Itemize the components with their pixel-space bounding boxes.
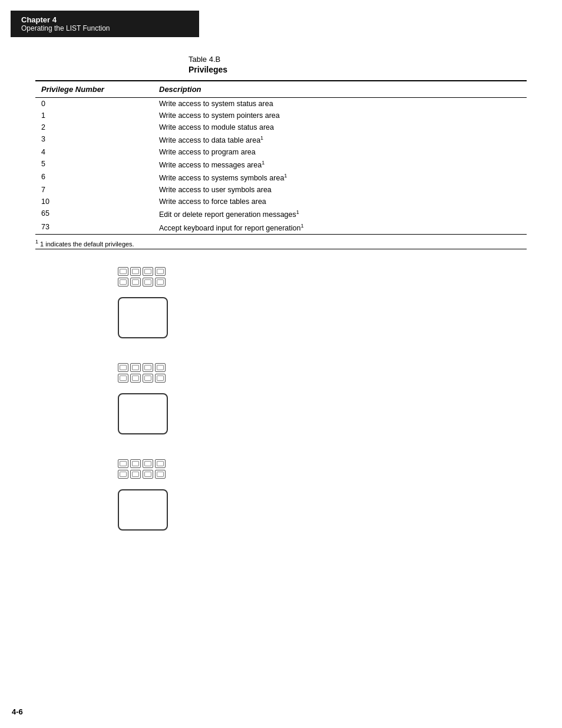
key xyxy=(130,267,141,276)
table-row: 5Write access to messages area1 xyxy=(35,158,527,171)
decorative-section xyxy=(118,267,562,555)
privilege-number-cell: 4 xyxy=(35,146,153,158)
privilege-number-cell: 6 xyxy=(35,171,153,184)
privilege-description-cell: Write access to system status area xyxy=(153,98,527,110)
privilege-number-cell: 1 xyxy=(35,110,153,121)
privilege-description-cell: Write access to system pointers area xyxy=(153,110,527,121)
table-footnote: 1 1 indicates the default privileges. xyxy=(35,237,527,250)
key xyxy=(155,459,166,468)
key xyxy=(118,459,128,468)
key xyxy=(130,363,141,372)
table-row: 4Write access to program area xyxy=(35,146,527,158)
chapter-title: Chapter 4 xyxy=(21,15,192,24)
table-row: 0Write access to system status area xyxy=(35,98,527,110)
key xyxy=(118,267,128,276)
page-number: 4-6 xyxy=(12,707,23,716)
privilege-number-cell: 73 xyxy=(35,221,153,235)
privilege-number-cell: 0 xyxy=(35,98,153,110)
deco-group-2 xyxy=(118,363,168,447)
table-row: 10Write access to force tables area xyxy=(35,196,527,207)
key xyxy=(155,267,166,276)
privilege-description-cell: Write access to data table area1 xyxy=(153,133,527,146)
table-row: 1Write access to system pointers area xyxy=(35,110,527,121)
key xyxy=(155,374,166,383)
privilege-description-cell: Write access to user symbols area xyxy=(153,184,527,196)
table-row: 6Write access to systems symbols area1 xyxy=(35,171,527,184)
privilege-description-cell: Write access to systems symbols area1 xyxy=(153,171,527,184)
screen-box-1 xyxy=(118,297,168,338)
key xyxy=(143,459,153,468)
privilege-description-cell: Write access to program area xyxy=(153,146,527,158)
privilege-number-cell: 10 xyxy=(35,196,153,207)
key xyxy=(143,470,153,479)
table-row: 7Write access to user symbols area xyxy=(35,184,527,196)
key xyxy=(118,470,128,479)
main-content: Table 4.B Privileges Privilege Number De… xyxy=(35,55,527,249)
key xyxy=(155,363,166,372)
key xyxy=(143,278,153,286)
key xyxy=(143,363,153,372)
key xyxy=(143,374,153,383)
key xyxy=(155,470,166,479)
keyboard-icon-1 xyxy=(118,267,168,286)
key xyxy=(118,278,128,286)
key xyxy=(155,278,166,286)
privilege-description-cell: Write access to messages area1 xyxy=(153,158,527,171)
table-row: 73Accept keyboard input for report gener… xyxy=(35,221,527,235)
table-title-line1: Table 4.B xyxy=(189,55,527,64)
key xyxy=(118,374,128,383)
privilege-description-cell: Write access to force tables area xyxy=(153,196,527,207)
privilege-number-cell: 5 xyxy=(35,158,153,171)
key xyxy=(130,459,141,468)
chapter-subtitle: Operating the LIST Function xyxy=(21,24,192,32)
privilege-number-cell: 2 xyxy=(35,121,153,133)
screen-box-3 xyxy=(118,489,168,531)
deco-group-3 xyxy=(118,459,168,543)
col-header-description: Description xyxy=(153,81,527,98)
key xyxy=(143,267,153,276)
table-row: 65Edit or delete report generation messa… xyxy=(35,207,527,220)
table-title-line2: Privileges xyxy=(189,65,527,74)
col-header-privilege: Privilege Number xyxy=(35,81,153,98)
privilege-description-cell: Edit or delete report generation message… xyxy=(153,207,527,220)
keyboard-icon-2 xyxy=(118,363,168,383)
privilege-description-cell: Write access to module status area xyxy=(153,121,527,133)
keyboard-icon-3 xyxy=(118,459,168,479)
table-row: 3Write access to data table area1 xyxy=(35,133,527,146)
key xyxy=(118,363,128,372)
key xyxy=(130,278,141,286)
privileges-table: Privilege Number Description 0Write acce… xyxy=(35,80,527,235)
chapter-header: Chapter 4 Operating the LIST Function xyxy=(11,11,199,37)
key xyxy=(130,374,141,383)
privilege-number-cell: 7 xyxy=(35,184,153,196)
table-row: 2Write access to module status area xyxy=(35,121,527,133)
key xyxy=(130,470,141,479)
deco-group-1 xyxy=(118,267,168,351)
screen-box-2 xyxy=(118,393,168,434)
privilege-number-cell: 65 xyxy=(35,207,153,220)
privilege-number-cell: 3 xyxy=(35,133,153,146)
privilege-description-cell: Accept keyboard input for report generat… xyxy=(153,221,527,235)
